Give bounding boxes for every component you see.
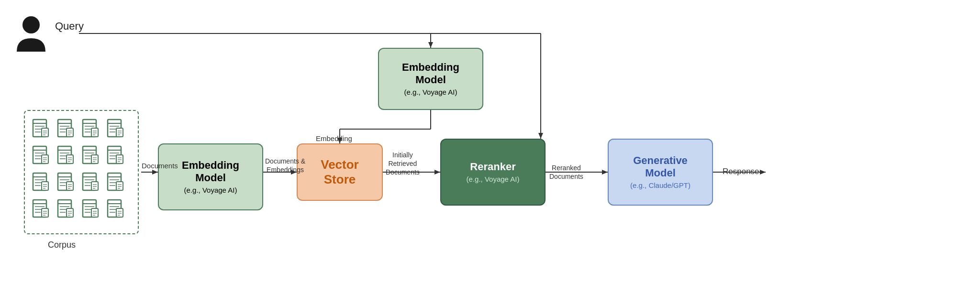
svg-rect-107	[67, 182, 73, 190]
svg-rect-26	[42, 128, 48, 137]
svg-rect-62	[42, 155, 48, 164]
embedding-model-top-title: EmbeddingModel	[402, 61, 459, 87]
svg-marker-19	[760, 170, 766, 175]
svg-rect-152	[91, 208, 98, 217]
generative-model-subtitle: (e.g., Claude/GPT)	[630, 181, 690, 190]
embedding-label: Embedding	[316, 134, 352, 143]
embedding-model-bottom-subtitle: (e.g., Voyage AI)	[184, 186, 237, 195]
documents-label: Documents	[142, 161, 178, 171]
svg-rect-80	[91, 155, 98, 164]
vector-store-title: VectorStore	[321, 157, 359, 187]
svg-point-20	[22, 16, 40, 33]
user-icon	[14, 14, 48, 53]
diagram-container: Query Corpus EmbeddingModel (e.g., Voyag…	[0, 0, 980, 306]
reranker-box: Reranker (e.g., Voyage AI)	[440, 139, 546, 206]
svg-marker-15	[434, 170, 440, 175]
response-label: Response	[723, 166, 759, 177]
documents-embeddings-label: Documents &Embeddings	[265, 157, 305, 174]
svg-rect-143	[67, 208, 73, 217]
svg-rect-116	[91, 182, 98, 190]
svg-marker-2	[428, 42, 433, 48]
svg-rect-71	[67, 155, 73, 164]
generative-model-box: GenerativeModel (e.g., Claude/GPT)	[608, 139, 713, 206]
reranker-subtitle: (e.g., Voyage AI)	[467, 175, 520, 184]
svg-rect-134	[42, 208, 48, 217]
svg-rect-98	[42, 182, 48, 190]
svg-marker-7	[152, 170, 158, 175]
embedding-model-top-box: EmbeddingModel (e.g., Voyage AI)	[378, 48, 483, 110]
vector-store-box: VectorStore	[297, 143, 383, 201]
svg-rect-44	[91, 128, 98, 137]
embedding-model-bottom-box: EmbeddingModel (e.g., Voyage AI)	[158, 143, 263, 210]
embedding-model-top-subtitle: (e.g., Voyage AI)	[404, 88, 457, 97]
initially-retrieved-label: InitiallyRetrievedDocuments	[386, 151, 420, 177]
doc-grid	[26, 114, 136, 229]
svg-rect-161	[116, 208, 123, 217]
svg-marker-17	[602, 170, 608, 175]
svg-rect-89	[116, 155, 123, 164]
reranked-documents-label: RerankedDocuments	[549, 164, 583, 181]
query-label: Query	[55, 20, 84, 33]
embedding-model-bottom-title: EmbeddingModel	[182, 159, 239, 185]
svg-marker-5	[538, 133, 543, 139]
svg-rect-125	[116, 182, 123, 190]
generative-model-title: GenerativeModel	[633, 154, 688, 180]
svg-rect-35	[67, 128, 73, 137]
reranker-title: Reranker	[470, 161, 515, 173]
svg-rect-53	[116, 128, 123, 137]
corpus-label: Corpus	[48, 240, 76, 250]
